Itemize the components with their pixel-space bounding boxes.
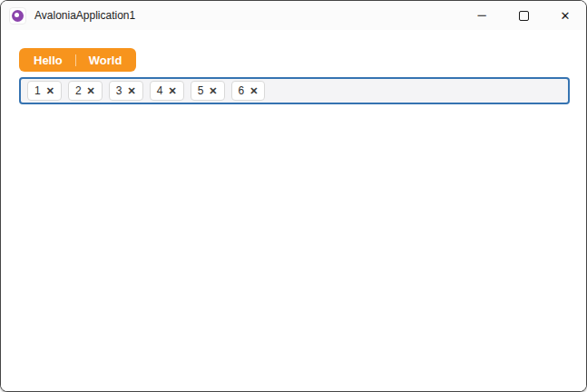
- close-button[interactable]: ✕: [544, 1, 586, 30]
- minimize-button[interactable]: ─: [461, 1, 503, 30]
- tag-chip-label: 4: [157, 84, 163, 97]
- tag-remove-icon[interactable]: ✕: [249, 86, 258, 96]
- tag-chip[interactable]: 6 ✕: [231, 81, 266, 101]
- tag-chip-label: 1: [34, 84, 41, 97]
- tag-remove-icon[interactable]: ✕: [168, 86, 176, 96]
- tag-chip-label: 3: [116, 84, 122, 97]
- tag-remove-icon[interactable]: ✕: [209, 86, 217, 96]
- close-icon: ✕: [561, 10, 571, 22]
- avalonia-logo-icon: [9, 7, 26, 24]
- maximize-icon: [519, 11, 529, 21]
- tags-input[interactable]: 1 ✕ 2 ✕ 3 ✕ 4 ✕ 5 ✕ 6 ✕: [19, 77, 570, 104]
- tag-chip[interactable]: 2 ✕: [68, 81, 103, 101]
- tab-world[interactable]: World: [76, 48, 135, 72]
- app-window: AvaloniaApplication1 ─ ✕ Hello World 1 ✕: [0, 0, 587, 392]
- tab-hello[interactable]: Hello: [21, 48, 75, 72]
- client-area: Hello World 1 ✕ 2 ✕ 3 ✕ 4 ✕ 5 ✕: [1, 30, 586, 391]
- minimize-icon: ─: [477, 9, 485, 21]
- maximize-button[interactable]: [503, 1, 544, 30]
- caption-buttons: ─ ✕: [461, 1, 586, 30]
- window-title: AvaloniaApplication1: [34, 9, 135, 22]
- tag-chip-label: 2: [75, 84, 82, 97]
- tag-chip-label: 6: [239, 84, 245, 97]
- tag-remove-icon[interactable]: ✕: [46, 86, 54, 96]
- tag-chip[interactable]: 5 ✕: [191, 81, 225, 101]
- tag-remove-icon[interactable]: ✕: [87, 86, 95, 96]
- tag-chip[interactable]: 3 ✕: [109, 81, 143, 101]
- tag-chip[interactable]: 4 ✕: [150, 81, 184, 101]
- tag-chip[interactable]: 1 ✕: [27, 81, 62, 101]
- avalonia-logo-glyph: [12, 10, 24, 22]
- title-bar[interactable]: AvaloniaApplication1 ─ ✕: [1, 1, 586, 30]
- tag-remove-icon[interactable]: ✕: [128, 86, 136, 96]
- tag-chip-label: 5: [198, 84, 204, 97]
- tab-strip: Hello World: [19, 48, 136, 72]
